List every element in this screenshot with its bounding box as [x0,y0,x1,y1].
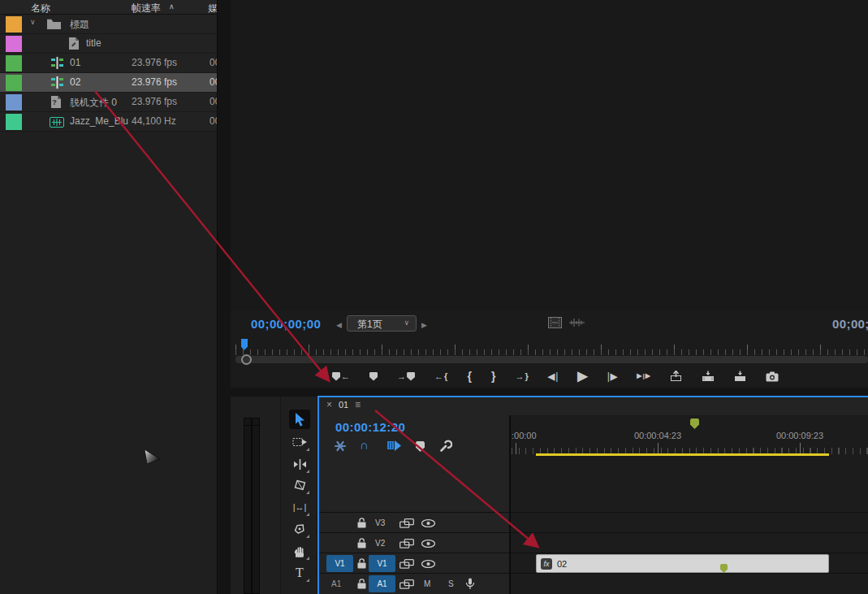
lock-icon[interactable] [357,558,366,569]
lock-icon[interactable] [357,538,366,548]
track-name[interactable]: V2 [375,539,385,548]
insert-as-nest-icon[interactable] [334,440,347,453]
hand-tool[interactable] [289,541,310,561]
step-back-button[interactable]: ◀| [548,371,559,381]
label-color-chip[interactable] [6,114,22,130]
arrow-right-icon: → [515,372,524,381]
project-row-bin[interactable]: ∨ 標題 [0,15,217,34]
solo-button[interactable]: S [448,579,454,588]
source-patch-v1[interactable]: V1 [326,555,353,572]
track-select-forward-tool[interactable] [289,432,310,452]
source-patch-a1[interactable]: A1 [331,579,341,588]
label-color-chip[interactable] [6,36,22,52]
lock-icon[interactable] [357,518,366,528]
timeline-clip-02[interactable]: fx 02 [536,554,829,573]
project-row-seq01[interactable]: 01 23.976 fps 00 [0,54,217,73]
play-icon: ▶ [577,370,587,383]
clip-name[interactable]: 脱机文件 0 [70,96,117,110]
slip-tool[interactable]: |↔| [289,497,310,517]
mark-in-button[interactable]: { [467,371,471,382]
razor-tool[interactable] [289,475,310,495]
timeline-settings-wrench-icon[interactable] [439,439,452,452]
sync-lock-icon[interactable] [399,539,414,548]
column-media-start[interactable]: 媒 [208,2,218,15]
mark-out-button[interactable]: } [491,371,495,382]
track-name[interactable]: V3 [375,518,385,527]
previous-page-icon[interactable]: ◀ [336,321,342,329]
go-to-in-button[interactable]: ←{ [434,372,447,381]
label-color-chip[interactable] [6,55,22,72]
go-to-next-marker-button[interactable]: → [397,372,415,381]
toggle-track-output-eye-icon[interactable] [421,540,435,548]
column-framerate[interactable]: 帧速率 [132,2,161,15]
go-to-previous-marker-button[interactable]: ← [332,372,350,381]
marker-icon [332,372,340,381]
toggle-track-output-eye-icon[interactable] [421,560,435,568]
clip-marker[interactable] [720,564,728,573]
audio-meter-right[interactable] [252,418,260,594]
drag-audio-icon[interactable] [569,318,585,327]
step-forward-button[interactable]: |▶ [607,371,618,381]
play-button[interactable]: ▶ [577,370,587,383]
play-in-to-out-button[interactable]: ▶|▶ [637,373,650,379]
project-row-seq02-selected[interactable]: 02 23.976 fps 00 [0,73,217,93]
project-row-offline[interactable]: ? 脱机文件 0 23.976 fps 00 [0,93,217,112]
track-target-v1[interactable]: V1 [369,555,395,572]
mute-button[interactable]: M [424,579,430,588]
drag-video-icon[interactable] [548,317,562,328]
overwrite-button[interactable] [734,371,746,382]
ripple-edit-tool[interactable] [289,454,310,474]
timeline-timecode[interactable]: 00:00:12:20 [335,420,405,434]
audio-meter-left[interactable] [244,418,252,594]
linked-selection-icon[interactable] [387,440,402,452]
timeline-focus-border [317,396,319,594]
bin-name[interactable]: 標題 [70,18,89,32]
type-tool[interactable]: T [289,563,310,583]
page-select-dropdown[interactable]: 第1页 ∨ [347,315,417,332]
track-target-a1[interactable]: A1 [369,575,395,592]
sync-lock-icon[interactable] [399,559,414,569]
label-color-chip[interactable] [6,94,22,111]
lift-button[interactable] [670,371,682,382]
lock-icon[interactable] [357,579,366,589]
monitor-zoom-handle[interactable] [241,354,252,365]
audio-meters-panel [231,397,280,594]
arrow-left-icon: ← [434,372,443,381]
sequence-name[interactable]: 02 [70,76,80,88]
media-start-value: 00 [209,76,218,88]
pen-tool[interactable] [289,519,310,539]
track-header-v1: V1 V1 [317,553,510,574]
track-header-v3: V3 [317,513,510,533]
selection-tool[interactable] [289,410,310,429]
project-row-title[interactable]: title [0,34,217,54]
insert-button[interactable] [702,371,715,382]
sort-ascending-icon[interactable]: ∧ [169,2,175,11]
sync-lock-icon[interactable] [399,518,414,528]
monitor-zoom-scrollbar[interactable] [235,356,868,363]
add-marker-button[interactable] [369,372,378,381]
clip-name[interactable]: title [86,37,101,49]
project-row-audio[interactable]: Jazz_Me_Blu 44,100 Hz 00 [0,112,217,132]
timeline-tab-label[interactable]: 01 [339,400,348,410]
ruler-label-1: 00:00:04:23 [625,431,690,440]
add-marker-icon[interactable] [416,440,425,455]
close-tab-icon[interactable]: × [326,399,332,410]
export-frame-button[interactable] [766,371,779,382]
column-name[interactable]: 名称 [31,2,50,15]
label-color-chip[interactable] [6,75,22,91]
toggle-track-output-eye-icon[interactable] [421,519,435,527]
in-brace-icon: { [444,372,447,381]
sync-lock-icon[interactable] [399,579,414,589]
go-to-out-button[interactable]: →} [515,372,528,381]
voiceover-mic-icon[interactable] [465,578,475,590]
sequence-name[interactable]: 01 [70,57,80,68]
expand-chevron-icon[interactable]: ∨ [30,18,36,26]
next-page-icon[interactable]: ▶ [421,321,427,329]
premiere-workspace: 名称 帧速率 ∧ 媒 ∨ 標題 title [0,0,868,594]
panel-menu-icon[interactable]: ≡ [355,399,361,410]
clip-name[interactable]: Jazz_Me_Blu [70,115,128,127]
marker-icon [369,372,378,381]
snap-magnet-icon[interactable]: ∩ [360,438,369,452]
label-color-chip[interactable] [6,16,22,33]
current-timecode[interactable]: 00;00;00;00 [251,317,321,331]
